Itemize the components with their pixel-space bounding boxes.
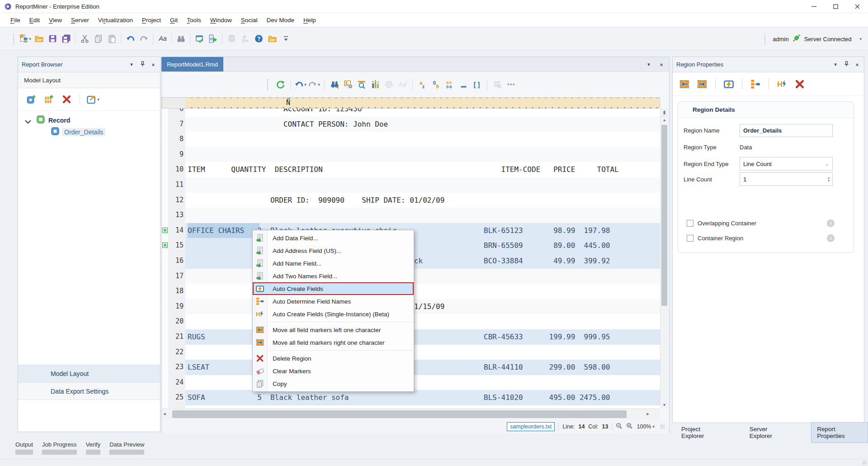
close-icon[interactable]: × xyxy=(150,62,156,67)
dock-tab-project-explorer[interactable]: Project Explorer xyxy=(676,423,728,442)
menu-help[interactable]: Help xyxy=(299,14,321,26)
bottom-tab-data-preview[interactable]: Data Preview xyxy=(109,441,144,455)
nav-model-layout[interactable]: Model Layout xyxy=(18,365,160,382)
report-line-7[interactable]: CONTACT PERSON: John Doe xyxy=(185,117,660,132)
report-line-8[interactable] xyxy=(185,132,660,147)
document-tab[interactable]: ReportModel1.Rmd xyxy=(161,57,223,72)
toolbar-import-data-button[interactable] xyxy=(238,32,252,46)
menu-tools[interactable]: Tools xyxy=(182,14,206,26)
toolbar-overflow-caret-icon[interactable]: ▾ xyxy=(859,37,862,41)
checkbox-overlapping-container[interactable]: Overlapping Containeri xyxy=(687,219,859,228)
scroll-up-icon[interactable]: ▴ xyxy=(660,117,668,122)
vertical-scroll-thumb[interactable] xyxy=(661,125,667,306)
toolbar-run-report-button[interactable] xyxy=(206,32,220,46)
report-line-25[interactable]: SOFA5 Black leather sofaBLS-41020495.002… xyxy=(185,390,660,405)
report-line-26[interactable] xyxy=(185,405,660,408)
report-line-6[interactable]: ACCOUNT ID: 123456 xyxy=(185,109,660,117)
doc-search-region-button[interactable] xyxy=(355,78,368,91)
toolbar-verify-window-button[interactable] xyxy=(193,32,206,46)
menu-file[interactable]: File xyxy=(6,14,25,26)
browser-add-region-button[interactable] xyxy=(24,93,38,106)
report-line-12[interactable]: ORDER ID: 909090 SHIP DATE: 01/02/09 xyxy=(185,193,660,208)
toolbar-copy-button[interactable] xyxy=(91,32,105,46)
menu-dev-mode[interactable]: Dev Mode xyxy=(262,14,299,26)
toolbar-grip[interactable] xyxy=(13,33,15,45)
doc-pattern-recognition-button[interactable] xyxy=(341,78,355,91)
bottom-tab-verify[interactable]: Verify xyxy=(86,441,101,455)
menu-virtualization[interactable]: Virtualization xyxy=(94,14,137,26)
browser-export-button[interactable]: ▾ xyxy=(86,93,100,106)
tree-item-record[interactable]: Record xyxy=(18,114,160,126)
doc-bracket-marker-button[interactable]: [ ] xyxy=(470,78,484,91)
report-line-9[interactable] xyxy=(185,147,660,162)
zoom-level-dropdown[interactable]: 100%▾ xyxy=(637,423,655,430)
resize-grip[interactable] xyxy=(660,424,665,429)
toolbar-grip[interactable] xyxy=(764,33,766,45)
menu-server[interactable]: Server xyxy=(66,14,94,26)
toolbar-undo-button[interactable] xyxy=(123,32,137,46)
bottom-tab-output[interactable]: Output xyxy=(15,441,33,455)
toolbar-help-button[interactable]: ? xyxy=(252,32,265,46)
menu-social[interactable]: Social xyxy=(236,14,262,26)
column-ruler[interactable]: Ñ xyxy=(162,97,660,109)
toolbar-open-report-folder-button[interactable] xyxy=(265,32,279,46)
menu-item-copy[interactable]: Copy xyxy=(253,377,414,390)
menu-item-add-data-field[interactable]: Add Data Field... xyxy=(253,232,414,244)
browser-add-grid-button[interactable] xyxy=(42,93,56,106)
doc-find-binoculars-color-button[interactable] xyxy=(328,78,341,91)
toolbar-new-model-button[interactable]: ▾ xyxy=(19,32,32,46)
region-name-input[interactable] xyxy=(740,124,833,137)
stepper-arrows-icon[interactable]: ▴▾ xyxy=(828,176,830,182)
vertical-scrollbar[interactable]: ⇟ ▴ ▾ xyxy=(660,109,668,408)
report-line-13[interactable] xyxy=(185,208,660,223)
menu-window[interactable]: Window xyxy=(206,14,236,26)
dropdown-caret-icon[interactable]: ▾ xyxy=(318,82,320,87)
scroll-left-icon[interactable]: ◂ xyxy=(163,411,166,417)
region-move-right-button[interactable] xyxy=(695,77,709,91)
pin-icon[interactable] xyxy=(843,61,849,68)
doc-sort-az-button[interactable]: az xyxy=(416,78,429,91)
region-start-marker[interactable] xyxy=(162,228,168,233)
toolbar-grip[interactable] xyxy=(267,79,269,90)
horizontal-scrollbar[interactable]: ◂ ▸ xyxy=(162,409,660,419)
checkbox-container-region[interactable]: Container Regioni xyxy=(687,233,859,243)
checkbox-box[interactable] xyxy=(687,235,693,242)
splitter-handle-icon[interactable]: ⇟ xyxy=(661,109,667,116)
marker-margin[interactable] xyxy=(162,109,168,408)
report-line-10[interactable]: ITEMQUANTITYDESCRIPTIONITEM-CODEPRICETOT… xyxy=(185,162,660,177)
toolbar-find-binoculars-button[interactable] xyxy=(174,32,188,46)
toolbar-save-all-button[interactable] xyxy=(59,32,73,46)
dropdown-caret-icon[interactable]: ▾ xyxy=(304,82,307,87)
dropdown-caret-icon[interactable]: ▾ xyxy=(29,37,31,41)
zoom-out-icon[interactable] xyxy=(616,423,623,431)
bottom-tab-job-progress[interactable]: Job Progress xyxy=(42,441,77,455)
doc-redo-button[interactable]: ▾ xyxy=(307,78,321,91)
close-icon[interactable]: × xyxy=(854,62,860,67)
menu-item-move-all-field-markers-left-one-character[interactable]: Move all field markers left one characte… xyxy=(253,323,414,336)
checkbox-box[interactable] xyxy=(687,220,693,227)
maximize-button[interactable] xyxy=(825,0,846,13)
region-auto-determine-button[interactable] xyxy=(749,77,762,91)
horizontal-scroll-thumb[interactable] xyxy=(172,410,627,418)
dropdown-caret-icon[interactable]: ▾ xyxy=(97,97,99,102)
ruler-record-marker[interactable]: Ñ xyxy=(285,99,291,107)
doc-sort-09-button[interactable]: 09 xyxy=(429,78,443,91)
minimize-button[interactable] xyxy=(803,0,825,13)
doc-more-dots-button[interactable] xyxy=(504,78,518,91)
chevron-down-icon[interactable] xyxy=(24,118,29,123)
toolbar-save-button[interactable] xyxy=(46,32,59,46)
region-end-type-dropdown[interactable]: Line Count⌄ xyxy=(740,157,833,171)
menu-item-auto-create-fields-single-instance-beta[interactable]: HAuto Create Fields (Single-Instance) (B… xyxy=(253,308,414,320)
dock-tab-server-explorer[interactable]: Server Explorer xyxy=(744,423,795,442)
panel-menu-caret-icon[interactable]: ▾ xyxy=(832,62,839,67)
panel-menu-caret-icon[interactable]: ▾ xyxy=(128,62,135,67)
region-delete-red-button[interactable] xyxy=(793,77,807,91)
toolbar-cut-button[interactable] xyxy=(78,32,91,46)
line-count-stepper[interactable]: 1▴▾ xyxy=(740,172,833,186)
close-button[interactable] xyxy=(846,0,868,13)
browser-delete-red-button[interactable] xyxy=(60,93,73,106)
menu-item-delete-region[interactable]: Delete Region xyxy=(253,352,414,365)
toolbar-paste-button[interactable] xyxy=(105,32,118,46)
zoom-in-icon[interactable] xyxy=(626,423,633,431)
tab-list-caret-icon[interactable]: ▾ xyxy=(646,62,652,67)
